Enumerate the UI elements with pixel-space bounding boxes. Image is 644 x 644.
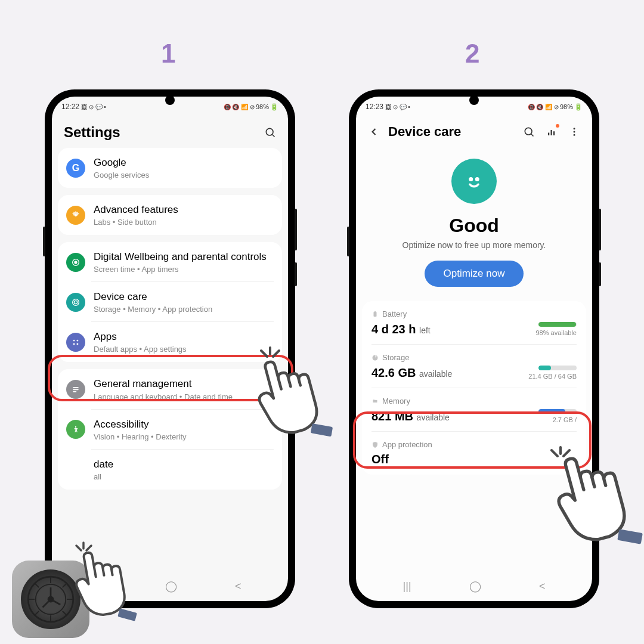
svg-rect-11 <box>73 387 78 388</box>
svg-rect-46 <box>311 423 333 436</box>
svg-line-37 <box>35 583 39 587</box>
svg-point-22 <box>574 134 575 136</box>
page-title: Device care <box>388 124 461 140</box>
svg-point-9 <box>73 343 75 345</box>
svg-rect-47 <box>617 529 643 544</box>
step-number-2: 2 <box>465 39 479 69</box>
back-icon[interactable] <box>368 126 380 138</box>
battery-unit: left <box>419 326 431 335</box>
metric-storage[interactable]: Storage 42.6 GB available 21.4 GB / 64 G… <box>362 345 586 388</box>
item-subtitle: Vision • Hearing • Dexterity <box>94 432 274 441</box>
svg-point-6 <box>74 301 77 304</box>
gear-icon <box>66 206 85 225</box>
svg-line-39 <box>63 583 67 587</box>
item-title: Google <box>94 156 274 169</box>
svg-rect-25 <box>374 312 377 317</box>
storage-icon <box>371 354 379 361</box>
svg-point-14 <box>75 426 76 428</box>
svg-point-8 <box>76 340 78 342</box>
svg-line-49 <box>261 351 267 357</box>
item-title: Device care <box>94 290 274 304</box>
svg-rect-28 <box>373 400 377 402</box>
battery-value: 4 d 23 h <box>371 323 416 336</box>
status-subtitle: Optimize now to free up more memory. <box>368 240 580 250</box>
click-burst-icon <box>70 540 97 566</box>
svg-line-53 <box>564 450 569 456</box>
nav-recents[interactable]: ||| <box>403 580 411 593</box>
memory-value: 821 MB <box>371 410 413 423</box>
camera-notch <box>165 95 175 105</box>
svg-point-15 <box>525 128 532 135</box>
smiley-icon <box>451 159 497 204</box>
svg-rect-48 <box>117 608 137 621</box>
svg-point-21 <box>574 131 575 133</box>
svg-point-4 <box>75 261 77 264</box>
more-icon[interactable] <box>568 126 580 138</box>
settings-item-general[interactable]: General management Language and keyboard… <box>58 369 282 409</box>
item-title: Apps <box>94 330 274 343</box>
status-battery: 98% <box>560 103 573 110</box>
settings-item-advanced[interactable]: Advanced features Labs • Side button <box>58 195 282 235</box>
battery-detail: 98% available <box>536 329 577 336</box>
nav-home[interactable]: ◯ <box>165 580 177 593</box>
chart-icon[interactable] <box>546 126 558 138</box>
status-time: 12:23 <box>366 103 383 111</box>
svg-line-56 <box>86 546 91 550</box>
svg-point-23 <box>470 178 472 181</box>
metric-label: Memory <box>382 397 410 405</box>
metric-label: Storage <box>382 353 410 362</box>
settings-item-devicecare[interactable]: Device care Storage • Memory • App prote… <box>58 282 282 322</box>
item-subtitle: Labs • Side button <box>94 218 274 227</box>
settings-header: Settings <box>52 113 288 148</box>
settings-card-google: G Google Google services <box>58 148 282 188</box>
devicecare-icon <box>66 293 85 312</box>
search-icon[interactable] <box>523 126 535 138</box>
nav-back[interactable]: < <box>539 580 546 593</box>
battery-icon <box>371 311 379 318</box>
svg-line-16 <box>531 134 534 137</box>
svg-line-40 <box>35 611 39 615</box>
settings-item-google[interactable]: G Google Google services <box>58 148 282 188</box>
phone-frame-2: 12:23 🖼 ⊙ 💬 • 📵 🔇 📶 ⊘ 98% 🔋 Device care <box>349 89 599 608</box>
navigation-bar: ||| ◯ < <box>356 571 592 601</box>
nav-back[interactable]: < <box>235 580 242 593</box>
nav-home[interactable]: ◯ <box>469 580 481 593</box>
item-title: General management <box>94 377 274 391</box>
settings-card-advanced: Advanced features Labs • Side button <box>58 195 282 235</box>
item-subtitle: Default apps • App settings <box>94 345 274 354</box>
svg-point-24 <box>476 178 479 181</box>
storage-value: 42.6 GB <box>371 366 416 379</box>
settings-card-wellbeing-care-apps: Digital Wellbeing and parental controls … <box>58 242 282 362</box>
optimize-button[interactable]: Optimize now <box>425 261 524 287</box>
item-title: Digital Wellbeing and parental controls <box>94 250 274 264</box>
settings-item-wellbeing[interactable]: Digital Wellbeing and parental controls … <box>58 242 282 282</box>
settings-item-apps[interactable]: Apps Default apps • App settings <box>58 322 282 362</box>
step-number-1: 1 <box>161 39 175 69</box>
svg-line-1 <box>273 135 275 137</box>
item-subtitle: Storage • Memory • App protection <box>94 305 274 314</box>
svg-rect-13 <box>73 391 76 392</box>
svg-line-55 <box>76 546 81 550</box>
item-title: Advanced features <box>94 203 274 216</box>
shield-icon <box>371 441 379 448</box>
nav-recents[interactable]: ||| <box>99 580 107 593</box>
accessibility-icon <box>66 420 85 439</box>
svg-line-45 <box>43 599 51 608</box>
status-good: Good <box>368 215 580 237</box>
svg-line-52 <box>552 450 558 456</box>
settings-item-update[interactable]: date all <box>58 450 282 490</box>
svg-point-10 <box>76 343 78 345</box>
metric-label: Battery <box>382 309 407 318</box>
metric-battery[interactable]: Battery 4 d 23 h left 98% available <box>362 301 586 345</box>
metric-memory[interactable]: Memory 821 MB available 2.7 GB / <box>362 388 586 432</box>
search-icon[interactable] <box>264 126 276 138</box>
svg-rect-26 <box>374 311 376 312</box>
item-subtitle: Language and keyboard • Date and time <box>94 392 274 401</box>
settings-item-accessibility[interactable]: Accessibility Vision • Hearing • Dexteri… <box>58 410 282 450</box>
status-time: 12:22 <box>61 103 79 111</box>
svg-point-20 <box>574 128 575 129</box>
page-title: Settings <box>64 124 120 141</box>
item-title: date <box>94 458 274 471</box>
storage-unit: available <box>419 369 452 379</box>
item-title: Accessibility <box>94 418 274 431</box>
